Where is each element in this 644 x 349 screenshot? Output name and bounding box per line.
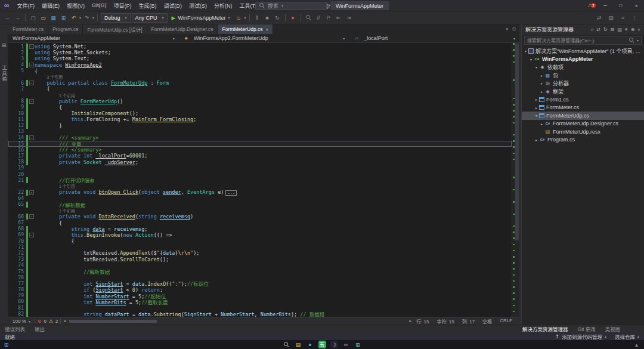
quick-search-box[interactable]: 搜索 ▾ (255, 2, 327, 10)
code-editor[interactable]: 1−using System.Net;2using System.Net.Soc… (8, 43, 519, 317)
find-icon[interactable] (304, 13, 313, 23)
grid-app-button[interactable]: ⊞ (354, 341, 362, 348)
codelens-row[interactable]: 3 个引用 (8, 74, 512, 80)
chevron-right-icon[interactable]: ▸ (534, 97, 539, 101)
code-line[interactable]: 13 (8, 129, 512, 135)
menu-debug[interactable]: 调试(D) (160, 0, 186, 11)
tree-item-formmeterudp-resx[interactable]: ▤FormMeterUdp.resx (522, 128, 644, 136)
fold-collapse-icon[interactable]: − (29, 233, 34, 237)
codelens-references[interactable]: 1 个引用 (35, 183, 75, 189)
open-file-icon[interactable]: ▭ (39, 13, 48, 23)
add-to-source-control-button[interactable]: ↥ 添加到源代码管理 ▴ (555, 333, 606, 340)
code-line[interactable]: 73 txtReceived.ScrollToCaret(); (8, 257, 512, 262)
menu-analyze[interactable]: 分析(N) (210, 0, 236, 11)
tree-item-formmeterudp-designer-cs[interactable]: ▸C#FormMeterUdp.Designer.cs (522, 120, 644, 128)
tab-formmeterudp-cs[interactable]: FormMeterUdp.cs× (218, 24, 273, 34)
editor-vertical-scrollbar[interactable] (512, 43, 519, 317)
refresh-icon[interactable]: ↻ (603, 27, 608, 32)
chevron-down-icon[interactable]: ▾ (79, 16, 81, 20)
toolbar-overflow-icon[interactable]: ⋮ (630, 13, 639, 23)
redo-icon[interactable]: ↷ (82, 13, 91, 23)
show-all-files-icon[interactable]: ▤ (617, 27, 622, 32)
chevron-down-icon[interactable]: ▾ (528, 57, 534, 61)
pin-icon[interactable]: ⊕ (631, 27, 635, 32)
code-line[interactable]: 16 /// </summary> (8, 147, 512, 153)
solution-platform-select[interactable]: Any CPU ▾ (132, 13, 168, 23)
code-line[interactable]: 3using System.Text; (8, 55, 512, 61)
tab-program-cs[interactable]: Program.cs (48, 24, 83, 34)
code-lines[interactable]: 1−using System.Net;2using System.Net.Soc… (8, 43, 512, 317)
codelens-references[interactable]: 3 个引用 (35, 74, 63, 80)
code-line[interactable]: 15 /// 变量 (8, 141, 512, 147)
minimize-button[interactable]: ─ (597, 0, 613, 11)
horizontal-scrollbar[interactable] (69, 319, 406, 323)
new-file-icon[interactable]: ▢ (29, 13, 38, 23)
code-line[interactable]: 2using System.Net.Sockets; (8, 50, 512, 55)
sync-with-active-document-icon[interactable]: ⇄ (596, 27, 600, 32)
code-line[interactable]: 82 string dataPart = data.Substring(Sign… (8, 311, 512, 317)
menu-git[interactable]: Git(G) (88, 0, 110, 11)
code-line[interactable]: 69− this.BeginInvoke(new Action(() => (8, 232, 512, 238)
collapse-all-icon[interactable]: ⊟ (611, 27, 615, 32)
undo-icon[interactable]: ↶ (69, 13, 78, 23)
fold-expand-icon[interactable]: + (29, 190, 34, 195)
properties-icon[interactable]: ≡ (625, 27, 628, 32)
start-debugging-button[interactable]: ▶ WinFormsAppMeter ▾ (169, 13, 233, 23)
fold-collapse-icon[interactable]: − (29, 214, 34, 219)
save-all-icon[interactable]: ⊞ (59, 13, 68, 23)
menu-project[interactable]: 项目(P) (110, 0, 135, 11)
fold-collapse-icon[interactable]: − (29, 81, 34, 85)
notifications-button[interactable]: ⚠ 3 (582, 2, 597, 8)
menu-edit[interactable]: 编辑(E) (38, 0, 63, 11)
tab-list-button[interactable]: ▾ (506, 27, 509, 32)
chevron-right-icon[interactable]: ▸ (539, 89, 544, 94)
codelens-row[interactable]: 1 个引用 (8, 208, 512, 214)
save-icon[interactable]: ▦ (49, 13, 58, 23)
breadcrumb-type-dropdown[interactable]: ◈ WinFormsApp2.FormMeterUdp ▾ (179, 34, 349, 42)
code-line[interactable]: 67 { (8, 220, 512, 226)
chevron-right-icon[interactable]: ▸ (539, 122, 544, 126)
tree-item-node-5[interactable]: ▸◆框架 (522, 88, 644, 96)
code-line[interactable]: 22+ private void btnOpen_Click(object se… (8, 190, 512, 196)
outdent-icon[interactable]: ⇤ (335, 13, 343, 23)
close-button[interactable]: × (628, 0, 644, 11)
menu-view[interactable]: 视图(V) (63, 0, 88, 11)
panel-tab-1[interactable]: 输出 (30, 325, 49, 332)
properties-icon[interactable]: ≡ (618, 13, 627, 23)
code-line[interactable]: 71 (8, 244, 512, 250)
close-icon[interactable]: × (637, 27, 640, 32)
fold-collapse-icon[interactable]: − (29, 135, 34, 140)
navigate-back-icon[interactable]: ← (3, 13, 12, 23)
code-line[interactable]: 9 { (8, 104, 512, 110)
sync-icon[interactable]: ⇄ (595, 13, 603, 23)
moon-app-button[interactable]: ☽ (330, 341, 338, 348)
tree-item-formmeterudp-cs[interactable]: ▾FormMeterUdp.cs (522, 112, 644, 120)
vs-button[interactable]: ∞ (342, 341, 350, 348)
chevron-right-icon[interactable]: ▸ (534, 106, 539, 110)
uncomment-icon[interactable]: /* (324, 13, 333, 23)
search-button[interactable] (283, 341, 290, 348)
chevron-down-icon[interactable]: ▾ (534, 65, 539, 69)
comment-icon[interactable]: // (314, 13, 323, 23)
collapsed-region[interactable]: ... (225, 190, 237, 196)
code-line[interactable]: 1−using System.Net; (8, 44, 512, 50)
line-indicator[interactable]: 行: 15 (416, 318, 429, 325)
zoom-select[interactable]: 100 % ▾ (11, 319, 32, 324)
code-line[interactable]: 68 string data = receivemsg; (8, 226, 512, 232)
codelens-references[interactable]: 1 个引用 (35, 92, 75, 98)
line-ending-indicator[interactable]: CRLF (500, 318, 512, 325)
chevron-right-icon[interactable]: ▸ (534, 138, 539, 142)
scrollbar-thumb[interactable] (69, 320, 157, 323)
code-line[interactable]: 19 (8, 165, 512, 171)
code-line[interactable]: 66− private void DataReceived(string rec… (8, 214, 512, 220)
scroll-left-button[interactable]: ◂ (63, 319, 66, 323)
panel-tab-git[interactable]: Git 更改 (573, 325, 600, 332)
window-layout-button[interactable]: ⊟ (512, 27, 516, 32)
chevron-down-icon[interactable]: ▾ (244, 16, 246, 20)
chevron-down-icon[interactable]: ▾ (534, 113, 539, 118)
tree-item-form1-cs[interactable]: ▸Form1.cs (522, 95, 644, 104)
fold-collapse-icon[interactable]: − (29, 99, 34, 104)
hot-reload-icon[interactable]: ♨ (234, 13, 243, 23)
fold-collapse-icon[interactable]: − (29, 63, 34, 67)
codelens-references[interactable]: 1 个引用 (35, 208, 75, 214)
